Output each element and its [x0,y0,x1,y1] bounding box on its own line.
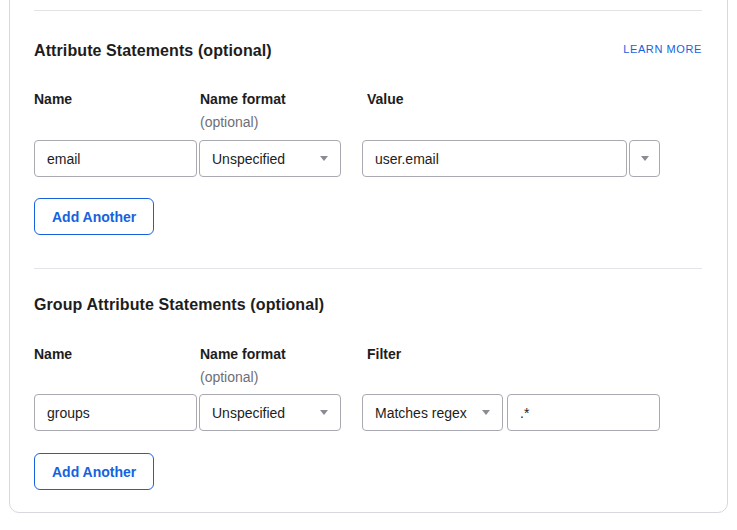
group-name-input[interactable] [34,394,197,431]
section-divider [34,10,702,11]
attr-value-column-label: Value [367,91,404,107]
group-filter-column-label: Filter [367,346,401,362]
learn-more-link[interactable]: LEARN MORE [623,43,702,55]
group-filter-value-input[interactable] [507,394,660,431]
attr-value-dropdown-button[interactable] [629,140,660,177]
chevron-down-icon [482,410,490,415]
group-name-format-optional-label: (optional) [200,369,258,385]
attribute-statements-title: Attribute Statements (optional) [34,42,272,60]
attr-name-format-optional-label: (optional) [200,114,258,130]
section-divider [34,268,702,269]
attr-add-another-button[interactable]: Add Another [34,198,154,235]
settings-card [9,0,728,513]
group-name-column-label: Name [34,346,72,362]
attr-name-column-label: Name [34,91,72,107]
group-add-another-button[interactable]: Add Another [34,453,154,490]
group-filter-type-select[interactable]: Matches regex [362,394,503,431]
chevron-down-icon [320,410,328,415]
group-name-format-selected-value: Unspecified [212,405,285,421]
group-name-format-select[interactable]: Unspecified [199,394,341,431]
group-filter-type-selected-value: Matches regex [375,405,467,421]
chevron-down-icon [641,156,649,161]
attr-name-format-select[interactable]: Unspecified [199,140,341,177]
group-name-format-column-label: Name format [200,346,286,362]
saml-settings-page: Attribute Statements (optional) LEARN MO… [0,0,737,530]
attr-value-input[interactable] [362,140,627,177]
attr-name-input[interactable] [34,140,197,177]
chevron-down-icon [320,156,328,161]
attr-name-format-column-label: Name format [200,91,286,107]
attr-name-format-selected-value: Unspecified [212,151,285,167]
group-attribute-statements-title: Group Attribute Statements (optional) [34,296,324,314]
